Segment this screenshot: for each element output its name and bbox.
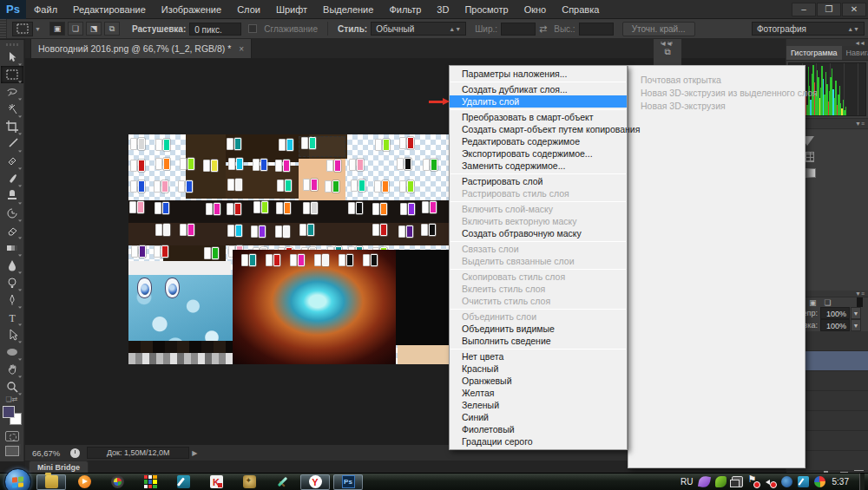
java-update-tray-icon[interactable]: [814, 476, 825, 487]
tool-preset-dropdown-icon[interactable]: ▼: [35, 26, 41, 32]
context-menu-item[interactable]: Объединить видимые: [450, 323, 627, 335]
tab-histogram[interactable]: Гистограмма: [786, 46, 842, 60]
selection-intersect-button[interactable]: ⧉: [104, 22, 120, 36]
show-desktop-button[interactable]: [859, 474, 865, 490]
opacity-value[interactable]: 100%: [820, 307, 850, 319]
internet-tray-icon[interactable]: [781, 476, 792, 487]
hand-tool[interactable]: [1, 361, 23, 378]
fill-value[interactable]: 100%: [820, 319, 850, 331]
marquee-tool[interactable]: [1, 66, 23, 83]
context-menu-item[interactable]: Параметры наложения...: [450, 68, 627, 80]
lasso-tool[interactable]: [1, 83, 23, 101]
action-center-tray-icon[interactable]: [748, 476, 760, 487]
eraser-tool[interactable]: [1, 222, 23, 239]
kaspersky-taskbar-button[interactable]: K: [201, 474, 231, 490]
minecraft-sword-taskbar-button[interactable]: [267, 474, 297, 490]
minimize-button[interactable]: –: [792, 3, 816, 16]
foreground-color-swatch[interactable]: [3, 406, 15, 418]
menubar-item[interactable]: Просмотр: [457, 0, 516, 19]
menubar-item[interactable]: Шрифт: [268, 0, 315, 19]
panel-menu-icon[interactable]: ▼≡: [855, 121, 865, 127]
feather-input[interactable]: 0 пикс.: [189, 23, 241, 36]
pen-tool[interactable]: [1, 291, 23, 309]
start-button[interactable]: [4, 468, 31, 490]
clock[interactable]: 5:37: [832, 477, 849, 487]
paint-tool-tray-icon[interactable]: [798, 476, 809, 487]
path-select-tool[interactable]: [1, 326, 23, 343]
lock-pixels-icon[interactable]: ❏: [825, 298, 832, 307]
context-menu-item[interactable]: Нет цвета: [450, 350, 627, 363]
menubar-item[interactable]: Справка: [554, 0, 607, 19]
zoom-level[interactable]: 66,67%: [32, 448, 60, 458]
context-menu-item[interactable]: Преобразовать в смарт-объект: [450, 111, 627, 123]
context-menu-item[interactable]: Удалить слой: [450, 95, 627, 108]
mini-bridge-tab[interactable]: Mini Bridge: [29, 461, 89, 474]
context-menu-item[interactable]: Фиолетовый: [450, 423, 627, 435]
context-menu-item[interactable]: Синий: [450, 411, 627, 423]
volume-muted-tray-icon[interactable]: [765, 476, 776, 487]
eyedropper-tool[interactable]: [1, 135, 23, 153]
fill-dropdown-icon[interactable]: ▼: [851, 319, 861, 331]
context-menu-item[interactable]: Растрировать слой: [450, 175, 627, 187]
paint-tool-taskbar-button[interactable]: [168, 474, 198, 490]
context-menu-item[interactable]: Создать дубликат слоя...: [450, 83, 627, 95]
opacity-dropdown-icon[interactable]: ▼: [851, 307, 861, 319]
document-close-icon[interactable]: ×: [239, 44, 244, 54]
explorer-taskbar-button[interactable]: [36, 474, 66, 490]
history-brush-tool[interactable]: [1, 205, 23, 222]
menubar-item[interactable]: Слои: [229, 0, 268, 19]
gradient-tool[interactable]: [1, 239, 23, 257]
menubar-item[interactable]: Фильтр: [381, 0, 429, 19]
context-menu-item[interactable]: Красный: [450, 363, 627, 375]
width-input[interactable]: [501, 23, 536, 36]
color-swatches[interactable]: [3, 406, 22, 425]
zoom-tool[interactable]: [1, 378, 23, 395]
menubar-item[interactable]: Файл: [26, 0, 65, 19]
selection-add-button[interactable]: ❏: [68, 22, 83, 36]
context-menu-item[interactable]: Желтая: [450, 387, 627, 399]
swap-colors-icon[interactable]: ❏⇄: [6, 395, 18, 404]
style-select[interactable]: Обычный▲▼: [371, 22, 466, 36]
lock-all-icon[interactable]: [857, 297, 863, 307]
antialias-checkbox[interactable]: [248, 24, 257, 33]
height-input[interactable]: [579, 23, 614, 36]
crop-tool[interactable]: [1, 118, 23, 135]
magic-wand-tool[interactable]: [1, 101, 23, 118]
status-arrow-icon[interactable]: ▶: [192, 449, 197, 457]
context-menu-item[interactable]: Градации серого: [450, 435, 627, 448]
collapse-panels-icon[interactable]: ◄◄: [660, 40, 672, 48]
blur-tool[interactable]: [1, 257, 23, 274]
feather-tray-icon[interactable]: [698, 475, 711, 488]
context-menu-item[interactable]: Создать смарт-объект путем копирования: [450, 123, 627, 135]
selection-new-button[interactable]: ▣: [49, 22, 65, 36]
rubiks-cube-taskbar-button[interactable]: [135, 474, 165, 490]
context-menu-item[interactable]: Оранжевый: [450, 375, 627, 387]
document-tab[interactable]: Новогодний 2016.png @ 66,7% (1_2, RGB/8)…: [30, 39, 252, 58]
network-tray-icon[interactable]: [732, 476, 743, 487]
yandex-browser-taskbar-button[interactable]: Y: [300, 474, 330, 490]
panel-menu-icon[interactable]: ▼≡: [855, 291, 865, 297]
shape-ellipse-tool[interactable]: [1, 343, 23, 361]
tab-navigator[interactable]: Навигатор: [842, 46, 868, 60]
dodge-tool[interactable]: [1, 274, 23, 291]
canvas-image[interactable]: [128, 134, 451, 364]
language-indicator[interactable]: RU: [681, 477, 693, 487]
tools-panel-grip[interactable]: [6, 43, 18, 46]
swap-dimensions-icon[interactable]: ⇄: [539, 23, 547, 35]
context-menu-item[interactable]: Заменить содержимое...: [450, 160, 627, 172]
menubar-item[interactable]: Редактирование: [65, 0, 154, 19]
selection-subtract-button[interactable]: ⬔: [86, 22, 102, 36]
clone-stamp-tool[interactable]: [1, 187, 23, 205]
brush-tool[interactable]: [1, 170, 23, 187]
refine-edge-button[interactable]: Уточн. край...: [622, 22, 695, 36]
quick-mask-button[interactable]: [5, 431, 19, 441]
menubar-item[interactable]: 3D: [429, 0, 457, 19]
gold-emblem-taskbar-button[interactable]: [234, 474, 264, 490]
menubar-item[interactable]: Окно: [516, 0, 555, 19]
dock-panel-icon[interactable]: ⧉: [664, 47, 670, 57]
context-menu-item[interactable]: Экспортировать содержимое...: [450, 147, 627, 160]
lock-transparency-icon[interactable]: ▣: [809, 298, 817, 307]
restore-button[interactable]: ❐: [817, 3, 841, 16]
context-menu-item[interactable]: Зеленый: [450, 399, 627, 411]
collapse-icon[interactable]: ◄◄: [854, 40, 865, 46]
